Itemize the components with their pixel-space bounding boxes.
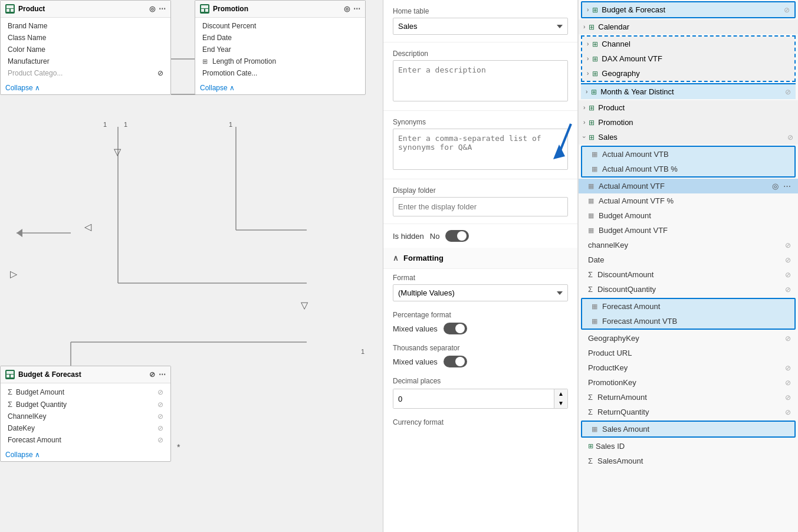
calendar-group-header[interactable]: › ⊞ Calendar [579, 19, 798, 34]
forecast-amount-label: Forecast Amount [602, 302, 660, 311]
product-key-item[interactable]: ProductKey ⊘ [579, 360, 798, 375]
percentage-toggle[interactable] [444, 323, 467, 334]
geography-expand-icon: › [587, 70, 589, 77]
thousands-toggle[interactable] [444, 356, 467, 367]
eye-icon-promo[interactable]: ◎ [344, 5, 350, 13]
description-textarea[interactable] [393, 60, 568, 101]
product-card-header[interactable]: Product ◎ ⋯ [1, 1, 170, 18]
product-collapse[interactable]: Collapse ∧ [1, 81, 170, 94]
field-manufacturer[interactable]: Manufacturer [1, 55, 170, 67]
field-discount-percent[interactable]: Discount Percent [195, 20, 365, 32]
budget-amount-item[interactable]: ▦ Budget Amount [579, 208, 798, 223]
budget-forecast-group-header[interactable]: › ⊞ Budget & Forecast ⊘ [582, 2, 794, 17]
channel-key-item[interactable]: channelKey ⊘ [579, 238, 798, 252]
sales-amount-sigma-item[interactable]: Σ SalesAmount [579, 454, 798, 468]
promotion-group-header[interactable]: › ⊞ Promotion [579, 115, 798, 130]
field-product-category[interactable]: Product Catego...⊘ [1, 67, 170, 79]
forecast-amount-vtb-label: Forecast Amount VTB [602, 317, 677, 326]
sales-group-label: Sales [598, 133, 618, 142]
collapse-chevron: ∧ [35, 84, 40, 92]
geography-group-header[interactable]: › ⊞ Geography [582, 66, 794, 81]
decimal-places-input[interactable] [393, 389, 554, 408]
budget-collapse[interactable]: Collapse ∧ [1, 448, 170, 461]
discount-quantity-item[interactable]: Σ DiscountQuantity ⊘ [579, 282, 798, 297]
field-end-date[interactable]: End Date [195, 32, 365, 44]
promotion-card-actions[interactable]: ◎ ⋯ [344, 5, 360, 13]
discount-amount-hidden: ⊘ [785, 271, 791, 279]
nav-arrow-4[interactable]: ▽ [114, 146, 121, 157]
rel-3: 1 [229, 121, 232, 128]
forecast-amount-vtb-item[interactable]: ▦ Forecast Amount VTB [582, 314, 794, 329]
eye-icon[interactable]: ◎ [149, 5, 155, 13]
nav-arrow-2[interactable]: ▽ [301, 300, 308, 311]
product-group-header[interactable]: › ⊞ Product [579, 100, 798, 115]
svg-marker-8 [17, 229, 22, 237]
forecast-amount-item[interactable]: ▦ Forecast Amount [582, 299, 794, 314]
field-length-promotion[interactable]: ⊞ Length of Promotion [195, 55, 365, 67]
month-year-group-header[interactable]: › ⊞ Month & Year Distinct ⊘ [581, 84, 796, 99]
actual-amount-vtb-item[interactable]: ▦ Actual Amount VTB [582, 147, 794, 162]
field-list-panel: › ⊞ Budget & Forecast ⊘ › ⊞ Calendar › ⊞… [578, 0, 798, 532]
promotion-table-title: Promotion [213, 5, 248, 13]
promotion-collapse[interactable]: Collapse ∧ [195, 81, 365, 94]
promotion-key-item[interactable]: PromotionKey ⊘ [579, 375, 798, 390]
product-card-actions[interactable]: ◎ ⋯ [149, 5, 166, 13]
vtf-more-icon[interactable]: ⋯ [783, 182, 791, 191]
actual-amount-vtf-item[interactable]: ▦ Actual Amount VTF ◎ ⋯ [579, 179, 798, 193]
field-brand-name[interactable]: Brand Name [1, 20, 170, 32]
channel-group-header[interactable]: › ⊞ Channel [582, 37, 794, 51]
more-icon-promo[interactable]: ⋯ [353, 5, 360, 13]
budget-amount-vtf-item[interactable]: ▦ Budget Amount VTF [579, 223, 798, 238]
measure-icon-2: ▦ [592, 165, 597, 173]
spinner-up[interactable]: ▲ [554, 389, 567, 399]
channel-key-hidden: ⊘ [785, 241, 791, 249]
field-date-key[interactable]: DateKey ⊘ [1, 422, 170, 434]
field-forecast-amount[interactable]: Forecast Amount ⊘ [1, 434, 170, 446]
field-channel-key[interactable]: ChannelKey ⊘ [1, 411, 170, 422]
field-class-name[interactable]: Class Name [1, 32, 170, 44]
product-url-item[interactable]: Product URL [579, 346, 798, 360]
formatting-section-header[interactable]: ∧ Formatting [383, 248, 577, 269]
field-end-year[interactable]: End Year [195, 44, 365, 55]
field-budget-quantity[interactable]: Σ Budget Quantity ⊘ [1, 398, 170, 411]
home-table-select[interactable]: Sales [393, 18, 568, 35]
geography-key-item[interactable]: GeographyKey ⊘ [579, 331, 798, 346]
actual-amount-vtb-pct-item[interactable]: ▦ Actual Amount VTB % [582, 162, 794, 176]
sales-amount-item[interactable]: ▦ Sales Amount [582, 422, 794, 436]
is-hidden-toggle[interactable] [445, 230, 469, 242]
hidden-eye-3: ⊘ [157, 412, 163, 421]
more-icon-budget[interactable]: ⋯ [159, 370, 166, 379]
dax-group-header[interactable]: › ⊞ DAX Amount VTF [582, 51, 794, 66]
nav-arrow-3[interactable]: ▷ [10, 268, 17, 280]
more-icon[interactable]: ⋯ [159, 5, 166, 13]
field-budget-amount[interactable]: Σ Budget Amount ⊘ [1, 386, 170, 398]
measure-icon-6: ▦ [588, 226, 594, 234]
currency-format-label: Currency format [393, 418, 568, 426]
return-amount-item[interactable]: Σ ReturnAmount ⊘ [579, 390, 798, 405]
synonyms-textarea[interactable] [393, 129, 568, 170]
description-label: Description [393, 50, 568, 58]
display-folder-input[interactable] [393, 197, 568, 216]
discount-amount-item[interactable]: Σ DiscountAmount ⊘ [579, 267, 798, 282]
geography-table-icon: ⊞ [592, 70, 598, 78]
sales-group-header[interactable]: › ⊞ Sales ⊘ [579, 130, 798, 145]
promotion-card-header[interactable]: Promotion ◎ ⋯ [195, 1, 365, 18]
field-color-name[interactable]: Color Name [1, 44, 170, 55]
spinner-down[interactable]: ▼ [554, 399, 567, 408]
svg-rect-11 [6, 9, 9, 12]
eye-icon-budget[interactable]: ⊘ [149, 370, 155, 379]
field-promotion-cat[interactable]: Promotion Cate... [195, 67, 365, 79]
budget-card-actions[interactable]: ⊘ ⋯ [149, 370, 166, 379]
calendar-expand-icon: › [583, 24, 585, 30]
budget-card-header[interactable]: Budget & Forecast ⊘ ⋯ [1, 366, 170, 383]
nav-arrow-1[interactable]: ◁ [84, 221, 91, 232]
product-table-icon-list: ⊞ [589, 104, 595, 112]
decimal-places-label: Decimal places [393, 377, 568, 385]
budget-group-label: Budget & Forecast [602, 5, 665, 14]
return-quantity-item[interactable]: Σ ReturnQuantity ⊘ [579, 405, 798, 419]
sales-id-item[interactable]: ⊞Sales ID [579, 439, 798, 454]
format-select[interactable]: (Multiple Values) [393, 284, 568, 301]
actual-amount-vtf-pct-item[interactable]: ▦ Actual Amount VTF % [579, 193, 798, 208]
sales-blue-group-3: ▦ Sales Amount [581, 421, 796, 438]
date-item[interactable]: Date ⊘ [579, 252, 798, 267]
